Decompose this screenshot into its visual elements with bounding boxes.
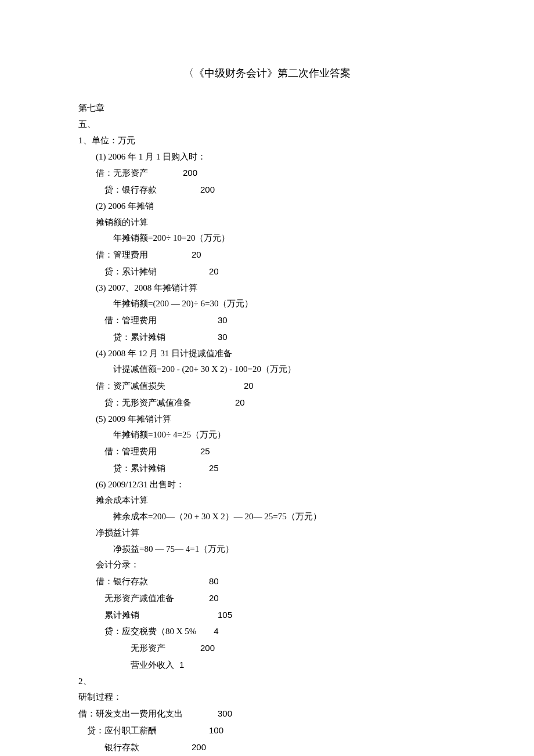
calc-label: 摊余成本计算 bbox=[78, 493, 456, 509]
entry-amount: 20 bbox=[235, 397, 245, 407]
entry-line: 贷：累计摊销25 bbox=[78, 460, 456, 477]
entry-amount: 200 bbox=[192, 742, 206, 752]
entry-line: 无形资产200 bbox=[78, 640, 456, 657]
calc-text: 净损益=80 — 75— 4=1（万元） bbox=[78, 541, 456, 558]
calc-text: 年摊销额=100÷ 4=25（万元） bbox=[78, 427, 456, 443]
entry-amount: 1 bbox=[179, 660, 184, 670]
entry-line: 贷：累计摊销20 bbox=[78, 263, 456, 280]
q1-s4-heading: (4) 2008 年 12 月 31 日计提减值准备 bbox=[78, 346, 456, 362]
entry-line: 贷：应付职工薪酬100 bbox=[78, 722, 456, 739]
calc-text: 年摊销额=200÷ 10=20（万元） bbox=[78, 230, 456, 247]
entry-amount: 300 bbox=[218, 708, 232, 718]
entry-line: 借：管理费用25 bbox=[78, 443, 456, 460]
question-2-header: 2、 bbox=[78, 674, 456, 690]
entry-account: 营业外收入 bbox=[131, 660, 174, 670]
entry-amount: 105 bbox=[218, 610, 232, 620]
entry-amount: 30 bbox=[218, 332, 228, 342]
entry-amount: 25 bbox=[200, 446, 210, 456]
entry-account: 借：管理费用 bbox=[96, 250, 148, 259]
entry-line: 借：研发支出一费用化支出300 bbox=[78, 706, 456, 722]
entry-line: 银行存款200 bbox=[78, 739, 456, 756]
q1-s5-heading: (5) 2009 年摊销计算 bbox=[78, 411, 456, 428]
entry-amount: 30 bbox=[218, 315, 228, 325]
entry-amount: 20 bbox=[209, 593, 219, 603]
entry-line: 借：银行存款80 bbox=[78, 573, 456, 590]
entries-label: 会计分录： bbox=[78, 557, 456, 573]
entry-line: 借：资产减值损失20 bbox=[78, 378, 456, 395]
calc-text: 计提减值额=200 - (20+ 30 X 2) - 100=20（万元） bbox=[78, 361, 456, 378]
entry-account: 贷：应付职工薪酬 bbox=[87, 726, 157, 735]
calc-text: 年摊销额=(200 — 20)÷ 6=30（万元） bbox=[78, 296, 456, 312]
calc-label: 净损益计算 bbox=[78, 525, 456, 541]
entry-amount: 80 bbox=[209, 576, 219, 586]
entry-amount: 20 bbox=[192, 249, 201, 259]
calc-label: 摊销额的计算 bbox=[78, 215, 456, 231]
entry-account: 累计摊销 bbox=[104, 610, 139, 620]
entry-line: 贷：累计摊销30 bbox=[78, 329, 456, 346]
entry-account: 银行存款 bbox=[104, 743, 139, 752]
entry-amount: 20 bbox=[209, 266, 219, 276]
entry-account: 借：管理费用 bbox=[104, 316, 157, 325]
q2-process-label: 研制过程： bbox=[78, 689, 456, 706]
entry-line: 无形资产减值准备20 bbox=[78, 590, 456, 607]
entry-account: 贷：无形资产减值准备 bbox=[104, 398, 192, 407]
entry-account: 贷：银行存款 bbox=[104, 185, 157, 194]
chapter-heading: 第七章 bbox=[78, 100, 456, 117]
entry-amount: 4 bbox=[214, 626, 218, 636]
entry-amount: 25 bbox=[209, 463, 219, 473]
question-1-header: 1、单位：万元 bbox=[78, 133, 456, 149]
q1-s1-heading: (1) 2006 年 1 月 1 日购入时： bbox=[78, 149, 456, 165]
entry-line: 累计摊销105 bbox=[78, 607, 456, 624]
entry-line: 贷：无形资产减值准备20 bbox=[78, 395, 456, 411]
entry-account: 贷：应交税费（80 X 5% bbox=[104, 627, 196, 636]
entry-account: 借：管理费用 bbox=[104, 447, 157, 456]
entry-account: 贷：累计摊销 bbox=[104, 267, 157, 276]
entry-account: 无形资产减值准备 bbox=[104, 594, 174, 603]
entry-line: 贷：银行存款200 bbox=[78, 182, 456, 198]
entry-line: 营业外收入1 bbox=[78, 657, 456, 674]
section-heading: 五、 bbox=[78, 117, 456, 133]
q1-s6-heading: (6) 2009/12/31 出售时： bbox=[78, 477, 456, 493]
entry-account: 贷：累计摊销 bbox=[113, 464, 165, 473]
entry-amount: 20 bbox=[244, 381, 254, 390]
q1-s3-heading: (3) 2007、2008 年摊销计算 bbox=[78, 280, 456, 296]
entry-amount: 200 bbox=[200, 643, 215, 653]
entry-account: 贷：累计摊销 bbox=[113, 332, 165, 342]
entry-line: 贷：应交税费（80 X 5%4 bbox=[78, 623, 456, 640]
q1-s2-heading: (2) 2006 年摊销 bbox=[78, 198, 456, 215]
entry-amount: 100 bbox=[209, 725, 223, 735]
entry-amount: 200 bbox=[183, 168, 197, 178]
entry-account: 借：资产减值损失 bbox=[96, 381, 165, 390]
entry-line: 借：管理费用20 bbox=[78, 247, 456, 263]
entry-amount: 200 bbox=[200, 185, 215, 194]
entry-account: 借：研发支出一费用化支出 bbox=[78, 709, 183, 718]
page-title: 〈《中级财务会计》第二次作业答案 bbox=[78, 64, 456, 83]
entry-account: 无形资产 bbox=[131, 643, 165, 653]
entry-line: 借：管理费用30 bbox=[78, 312, 456, 329]
entry-account: 借：银行存款 bbox=[96, 577, 148, 586]
entry-account: 借：无形资产 bbox=[96, 168, 148, 178]
calc-text: 摊余成本=200—（20 + 30 X 2）— 20— 25=75（万元） bbox=[78, 509, 456, 525]
entry-line: 借：无形资产200 bbox=[78, 165, 456, 182]
